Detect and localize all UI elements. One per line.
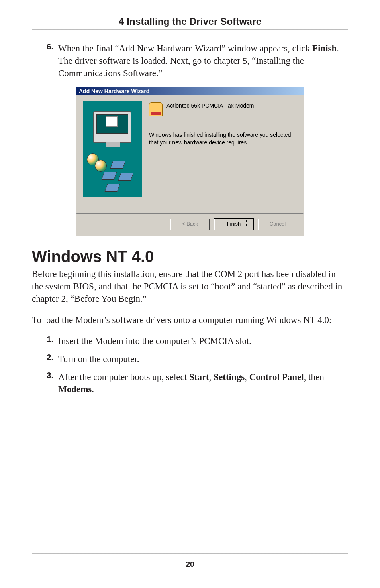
wizard-content: Actiontec 56k PCMCIA Fax Modem Windows h… [142, 101, 297, 208]
s3-after: , then [304, 372, 324, 382]
detected-device-name: Actiontec 56k PCMCIA Fax Modem [166, 102, 254, 109]
wizard-titlebar: Add New Hardware Wizard [76, 87, 304, 95]
section-intro: Before beginning this installation, ensu… [32, 268, 348, 305]
start-term: Start [189, 372, 209, 382]
s3-sep2: , [245, 372, 249, 382]
media-icon [104, 184, 120, 192]
wizard-button-row: < Back Finish Cancel [76, 214, 304, 236]
wizard-sidebar-graphic [83, 101, 142, 197]
back-button: < Back [170, 219, 210, 230]
document-page: 4 Installing the Driver Software 6. When… [0, 0, 380, 588]
page-number: 20 [0, 560, 380, 569]
section-lead: To load the Modem’s software drivers ont… [32, 314, 348, 326]
step-number: 3. [40, 371, 58, 395]
header-divider [32, 29, 348, 30]
s3-end: . [92, 384, 94, 394]
chapter-title: 4 Installing the Driver Software [32, 16, 348, 27]
step-1: 1. Insert the Modem into the computer’s … [40, 335, 348, 347]
media-icon [101, 172, 117, 180]
finish-button[interactable]: Finish [214, 219, 253, 230]
cancel-button: Cancel [258, 219, 297, 230]
step-number: 6. [40, 42, 58, 79]
modems-term: Modems [58, 384, 92, 394]
wizard-message: Windows has finished installing the soft… [149, 131, 295, 146]
add-new-hardware-wizard-window: Add New Hardware Wizard Actiontec 56k PC… [76, 87, 304, 236]
step6-pre: When the final “Add New Hardware Wizard”… [58, 43, 312, 53]
step-text: When the final “Add New Hardware Wizard”… [58, 42, 348, 79]
control-panel-term: Control Panel [249, 372, 304, 382]
step-number: 1. [40, 335, 58, 347]
footer-divider [32, 553, 348, 554]
computer-icon [93, 111, 131, 143]
modem-icon [149, 102, 163, 116]
media-icon [118, 173, 133, 181]
cd-icon [95, 160, 107, 172]
section-heading: Windows NT 4.0 [32, 248, 348, 265]
back-suffix: ack [190, 221, 198, 227]
step-number: 2. [40, 353, 58, 365]
step-3: 3. After the computer boots up, select S… [40, 371, 348, 395]
wizard-body: Actiontec 56k PCMCIA Fax Modem Windows h… [76, 95, 304, 213]
back-accel: B [186, 221, 190, 227]
finish-term: Finish [312, 43, 337, 53]
back-prefix: < [182, 221, 186, 227]
s3-prefix: After the computer boots up, select [58, 372, 189, 382]
s3-sep1: , [209, 372, 214, 382]
step-text: Insert the Modem into the computer’s PCM… [58, 335, 348, 347]
finish-button-label: Finish [221, 220, 247, 228]
step-6: 6. When the final “Add New Hardware Wiza… [40, 42, 348, 79]
media-icon [110, 161, 125, 169]
step-text: Turn on the computer. [58, 353, 348, 365]
step-text: After the computer boots up, select Star… [58, 371, 348, 395]
settings-term: Settings [214, 372, 245, 382]
step-2: 2. Turn on the computer. [40, 353, 348, 365]
